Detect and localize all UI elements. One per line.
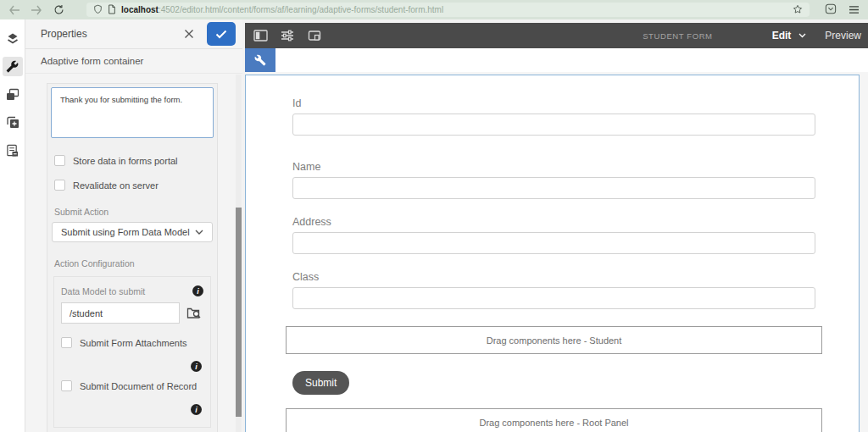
form-canvas: Id Name Address Class Drag components he…	[245, 75, 860, 432]
chevron-down-icon	[195, 230, 203, 235]
store-data-label: Store data in forms portal	[73, 156, 178, 166]
data-model-input[interactable]	[61, 302, 180, 324]
layers-icon[interactable]	[3, 29, 23, 48]
confirm-button[interactable]	[207, 22, 236, 46]
back-icon[interactable]	[5, 3, 24, 18]
page-icon[interactable]	[108, 3, 116, 18]
field-label: Name	[292, 161, 815, 173]
form-field: Class	[292, 271, 815, 309]
store-data-row: Store data in forms portal	[54, 155, 214, 166]
revalidate-label: Revalidate on server	[73, 180, 159, 191]
field-label: Class	[292, 271, 815, 283]
forward-icon[interactable]	[27, 3, 46, 18]
document-of-record-checkbox[interactable]	[61, 380, 72, 391]
name-field-input[interactable]	[292, 177, 815, 199]
component-name: Adaptive form container	[25, 49, 242, 74]
properties-form: Thank you for submitting the form. Store…	[47, 83, 218, 432]
root-panel-dropzone[interactable]: Drag components here - Root Panel	[286, 408, 822, 432]
url-host: localhost	[121, 5, 159, 14]
id-field-input[interactable]	[292, 114, 815, 136]
revalidate-checkbox[interactable]	[54, 180, 65, 191]
canvas-outer: Id Name Address Class Drag components he…	[245, 72, 868, 432]
edit-mode-selector[interactable]: Edit	[772, 30, 807, 42]
submit-action-select[interactable]: Submit using Form Data Model	[52, 222, 213, 242]
menu-icon[interactable]	[849, 3, 860, 18]
side-rail	[0, 19, 25, 432]
sliders-icon[interactable]	[280, 28, 295, 43]
wrench-icon	[254, 54, 266, 66]
component-tab-row	[245, 48, 868, 72]
properties-header: Properties	[25, 19, 242, 49]
properties-title: Properties	[41, 28, 178, 40]
panel-scrollbar-thumb[interactable]	[236, 208, 242, 417]
field-label: Address	[292, 216, 815, 228]
components-icon[interactable]	[3, 85, 23, 104]
url-path: :4502/editor.html/content/forms/af/learn…	[159, 5, 443, 14]
attachments-label: Submit Form Attachments	[80, 338, 187, 348]
pocket-icon[interactable]	[825, 3, 837, 18]
edit-mode-label: Edit	[772, 30, 792, 42]
submit-action-label: Submit Action	[54, 207, 214, 217]
bookmark-star-icon[interactable]	[793, 3, 803, 18]
close-icon[interactable]	[178, 23, 200, 45]
submit-action-value: Submit using Form Data Model	[61, 227, 190, 237]
shield-icon[interactable]	[93, 3, 103, 18]
attachments-checkbox[interactable]	[61, 337, 72, 348]
url-text: localhost:4502/editor.html/content/forms…	[121, 5, 787, 14]
editor-toolbar: STUDENT FORM Edit Preview	[245, 23, 868, 48]
properties-panel: Properties Adaptive form container Thank…	[25, 19, 242, 432]
revalidate-row: Revalidate on server	[54, 180, 214, 191]
device-emulator-icon[interactable]	[307, 28, 322, 43]
document-of-record-row: Submit Document of Record	[61, 380, 203, 391]
form-field: Name	[292, 161, 815, 199]
store-data-checkbox[interactable]	[54, 155, 65, 166]
action-configuration-box: Data Model to submit i Submit Form Attac…	[53, 276, 211, 428]
preview-button[interactable]: Preview	[825, 30, 863, 42]
info-icon[interactable]: i	[192, 285, 203, 296]
form-options-icon[interactable]	[3, 141, 23, 160]
document-of-record-label: Submit Document of Record	[80, 381, 197, 391]
action-configuration-label: Action Configuration	[54, 258, 214, 269]
class-field-input[interactable]	[292, 287, 815, 309]
browse-data-model-icon[interactable]	[185, 304, 203, 323]
refresh-icon[interactable]	[49, 3, 68, 18]
insert-component-icon[interactable]	[3, 113, 23, 132]
configure-tab[interactable]	[245, 48, 275, 72]
attachments-row: Submit Form Attachments	[61, 337, 203, 348]
address-field-input[interactable]	[292, 232, 815, 254]
chevron-down-icon	[798, 33, 806, 38]
field-label: Id	[292, 97, 815, 109]
thank-you-message-input[interactable]: Thank you for submitting the form.	[51, 87, 214, 138]
submit-button[interactable]: Submit	[292, 371, 349, 395]
info-icon[interactable]: i	[191, 361, 202, 372]
side-panel-toggle-icon[interactable]	[253, 28, 268, 43]
form-field: Id	[292, 97, 815, 136]
browser-toolbar: localhost:4502/editor.html/content/forms…	[0, 0, 868, 19]
editor-area: STUDENT FORM Edit Preview Id Name	[242, 19, 868, 432]
wrench-icon[interactable]	[3, 57, 23, 76]
student-panel-dropzone[interactable]: Drag components here - Student	[286, 326, 822, 354]
form-title: STUDENT FORM	[643, 31, 713, 41]
info-icon[interactable]: i	[191, 404, 202, 415]
data-model-label: Data Model to submit	[61, 286, 192, 296]
url-bar[interactable]: localhost:4502/editor.html/content/forms…	[86, 3, 810, 17]
form-field: Address	[292, 216, 815, 254]
